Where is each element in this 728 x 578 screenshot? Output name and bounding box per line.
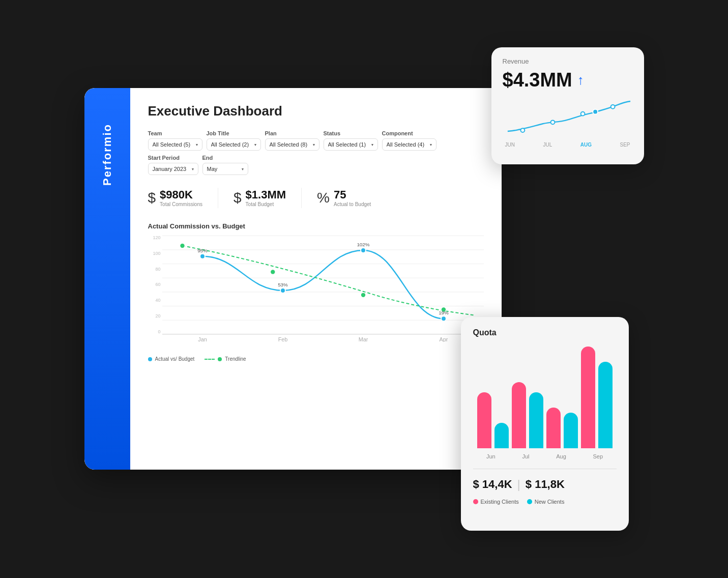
bar-group-sep: [581, 346, 613, 448]
quota-legends: Existing Clients New Clients: [473, 499, 617, 505]
main-content: Executive Dashboard Team All Selected (5…: [130, 88, 502, 470]
revenue-value: $4.3MM ↑: [503, 69, 633, 91]
filter-label-team: Team: [148, 130, 202, 136]
legend-trendline: Trendline: [205, 356, 246, 362]
svg-point-25: [550, 120, 555, 124]
filter-group-team: Team All Selected (5): [148, 130, 202, 151]
filter-wrapper-plan[interactable]: All Selected (8): [265, 138, 319, 151]
stat-divider-2: [301, 188, 302, 208]
bar-blue-aug: [564, 413, 578, 448]
revenue-label-jun: JUN: [505, 142, 515, 148]
quota-stats: $ 14,4K | $ 11,8K: [473, 477, 617, 492]
quota-label-jun: Jun: [486, 453, 496, 459]
filter-wrapper-component[interactable]: All Selected (4): [382, 138, 436, 151]
filter-wrapper-job-title[interactable]: All Selected (2): [207, 138, 261, 151]
stat-total-commissions: $ $980K Total Commissions: [148, 189, 203, 207]
filter-label-job-title: Job Title: [207, 130, 261, 136]
svg-text:102%: 102%: [357, 242, 369, 247]
quota-legend-new: New Clients: [527, 499, 565, 505]
svg-text:Apr: Apr: [439, 336, 448, 342]
bar-pink-aug: [546, 408, 561, 448]
logo-text: Performio: [101, 124, 113, 186]
stats-row: $ $980K Total Commissions $ $1.3MM Total…: [148, 188, 484, 208]
svg-point-15: [441, 316, 446, 321]
dollar-icon-commissions: $: [148, 190, 156, 206]
filter-select-end[interactable]: May: [202, 163, 248, 175]
legend-label-trendline: Trendline: [225, 356, 246, 362]
stat-total-budget: $ $1.3MM Total Budget: [234, 189, 286, 207]
chart-legend: Actual vs/ Budget Trendline: [148, 356, 484, 362]
legend-dot-actual: [148, 357, 152, 361]
revenue-up-arrow-icon: ↑: [577, 72, 584, 88]
filter-select-plan[interactable]: All Selected (8): [265, 138, 319, 151]
filter-group-start-period: Start Period January 2023: [148, 155, 198, 175]
percent-icon: %: [317, 190, 330, 206]
filter-wrapper-status[interactable]: All Selected (1): [324, 138, 378, 151]
bar-blue-sep: [598, 362, 613, 448]
stat-info-budget: $1.3MM Total Budget: [246, 189, 286, 207]
quota-label-aug: Aug: [556, 453, 566, 459]
filter-select-start-period[interactable]: January 2023: [148, 163, 198, 175]
filter-label-plan: Plan: [265, 130, 319, 136]
new-clients-label: New Clients: [535, 499, 565, 505]
svg-text:95%: 95%: [197, 248, 208, 253]
stat-value-budget: $1.3MM: [246, 189, 286, 201]
filter-wrapper-team[interactable]: All Selected (5): [148, 138, 202, 151]
svg-point-12: [200, 254, 205, 259]
filter-select-job-title[interactable]: All Selected (2): [207, 138, 261, 151]
svg-text:53%: 53%: [278, 282, 288, 287]
filter-select-component[interactable]: All Selected (4): [382, 138, 436, 151]
revenue-chart-svg: [503, 97, 633, 138]
chart-svg: 95% 53% 102% 19% Jan Feb Mar Apr: [162, 235, 484, 342]
new-clients-icon: [527, 499, 532, 504]
svg-point-9: [270, 269, 275, 274]
svg-point-26: [580, 112, 585, 116]
quota-x-labels: Jun Jul Aug Sep: [473, 453, 617, 459]
legend-line-trendline: [205, 359, 215, 360]
chart-section: Actual Commission vs. Budget 120 100 80 …: [148, 222, 484, 362]
filter-select-status[interactable]: All Selected (1): [324, 138, 378, 151]
stat-divider-1: [218, 188, 218, 208]
filter-bar: Team All Selected (5) Job Title All Sele…: [148, 130, 484, 175]
svg-text:Mar: Mar: [358, 336, 368, 342]
filter-group-job-title: Job Title All Selected (2): [207, 130, 261, 151]
stat-info-commissions: $980K Total Commissions: [160, 189, 202, 207]
filter-wrapper-end[interactable]: May: [202, 163, 248, 175]
quota-divider: [473, 469, 617, 469]
filter-label-status: Status: [324, 130, 378, 136]
legend-label-actual: Actual vs/ Budget: [155, 356, 195, 362]
filter-group-end: End May: [202, 155, 248, 175]
sidebar: Performio: [84, 88, 130, 470]
quota-title: Quota: [473, 328, 617, 337]
svg-point-10: [361, 293, 366, 298]
stat-label-actual: Actual to Budget: [334, 201, 371, 207]
filter-group-plan: Plan All Selected (8): [265, 130, 319, 151]
y-axis: 120 100 80 60 40 20 0: [148, 235, 161, 334]
revenue-card: Revenue $4.3MM ↑ JUN JUL AUG SEP: [491, 47, 644, 164]
filter-group-status: Status All Selected (1): [324, 130, 378, 151]
stat-label-budget: Total Budget: [246, 201, 286, 207]
filter-label-start-period: Start Period: [148, 155, 198, 161]
legend-dot-trendline: [218, 357, 222, 361]
existing-clients-icon: [473, 499, 478, 504]
quota-card: Quota Jun Jul: [461, 317, 629, 531]
bar-blue-jul: [529, 392, 543, 448]
bar-group-jul: [512, 382, 543, 448]
svg-text:19%: 19%: [439, 310, 449, 315]
quota-stat2: $ 11,8K: [526, 478, 565, 491]
stat-actual-to-budget: % 75 Actual to Budget: [317, 189, 371, 207]
page-title: Executive Dashboard: [148, 103, 484, 119]
filter-select-team[interactable]: All Selected (5): [148, 138, 202, 151]
filter-label-end: End: [202, 155, 248, 161]
sidebar-logo: Performio: [101, 124, 114, 186]
quota-label-jul: Jul: [522, 453, 529, 459]
revenue-amount: $4.3MM: [503, 69, 572, 91]
revenue-label-jul: JUL: [543, 142, 552, 148]
bar-pink-jun: [477, 392, 491, 448]
existing-clients-label: Existing Clients: [481, 499, 519, 505]
legend-actual-vs-budget: Actual vs/ Budget: [148, 356, 195, 362]
quota-legend-existing: Existing Clients: [473, 499, 519, 505]
svg-point-13: [280, 288, 285, 293]
dollar-icon-budget: $: [234, 190, 242, 206]
filter-wrapper-start-period[interactable]: January 2023: [148, 163, 198, 175]
